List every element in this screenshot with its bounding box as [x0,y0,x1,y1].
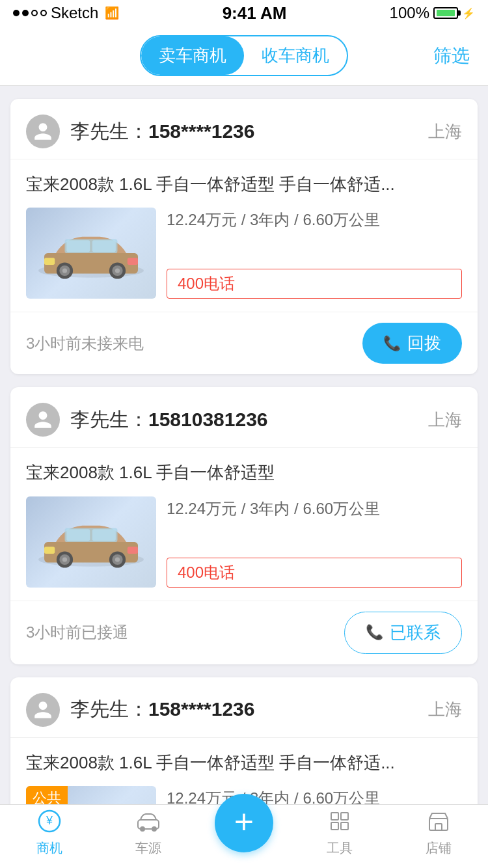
car-price: 12.24万元 / 3年内 / 6.60万公里 [167,208,462,232]
svg-text:¥: ¥ [46,814,53,827]
shop-icon [427,809,450,837]
tab-label-dianpu: 店铺 [426,839,452,857]
car-image [26,496,156,588]
card-body: 宝来2008款 1.6L 手自一体舒适型 [10,448,478,600]
avatar [26,693,60,727]
contact-city: 上海 [428,698,462,721]
signal-dots [13,10,47,16]
status-left: Sketch 📶 [13,4,119,22]
svg-point-45 [140,826,145,832]
svg-point-8 [62,269,67,273]
contact-phone: 15810381236 [148,409,268,430]
car-info-row: 12.24万元 / 3年内 / 6.60万公里 400电话 [26,208,462,299]
phone-icon: 📞 [383,335,401,352]
car-image [26,208,156,299]
svg-rect-4 [66,241,90,252]
battery-percent: 100% [390,4,429,22]
signal-dot-3 [31,10,38,16]
battery-icon [433,7,458,19]
top-nav: 卖车商机 收车商机 筛选 [0,26,488,86]
callback-label: 回拨 [407,332,441,355]
battery-fill [437,10,455,16]
svg-point-22 [62,557,67,562]
card-header: 李先生：15810381236 上海 [10,387,478,448]
fab-button[interactable]: + [215,794,273,852]
tab-label-gongju: 工具 [327,839,353,857]
car-svg [33,509,150,575]
svg-rect-19 [92,529,116,541]
person-icon [33,121,53,142]
svg-point-25 [115,557,120,562]
tab-label-cheyuan: 车源 [135,839,161,857]
list-item: 李先生：15810381236 上海 宝来2008款 1.6L 手自一体舒适型 [10,387,478,664]
clock: 9:41 AM [223,3,287,23]
phone-400-button[interactable]: 400电话 [167,558,462,588]
tab-item-gongju[interactable]: 工具 [307,809,372,857]
svg-rect-13 [128,258,138,265]
tab-item-cheyuan[interactable]: 车源 [116,809,181,857]
car-price: 12.24万元 / 3年内 / 6.60万公里 [167,496,462,521]
avatar [26,115,60,148]
signal-dot-2 [22,10,29,16]
person-icon [33,699,53,720]
phone-400-button[interactable]: 400电话 [167,269,462,299]
person-icon [33,409,53,430]
car-svg [33,221,150,286]
svg-point-46 [152,826,157,832]
tab-bar: ¥ 商机 车源 + 工具 店铺 [0,804,488,868]
status-right: 100% ⚡ [390,4,475,22]
contact-city: 上海 [428,409,462,431]
list-item: 李先生：158****1236 上海 宝来2008款 1.6L 手自一体舒适型 … [10,99,478,374]
avatar [26,403,60,437]
contact-label: 李先生： [70,120,148,142]
svg-rect-52 [435,824,442,830]
card-footer: 3小时前未接来电 📞 回拨 [10,312,478,374]
car-title: 宝来2008款 1.6L 手自一体舒适型 [26,461,462,484]
card-header: 李先生：158****1236 上海 [10,99,478,159]
tab-item-shangjie[interactable]: ¥ 商机 [17,809,82,857]
svg-rect-49 [331,822,338,830]
svg-rect-27 [128,547,138,554]
contact-name: 李先生：158****1236 [70,696,428,723]
svg-rect-12 [44,258,55,265]
filter-button[interactable]: 筛选 [433,44,470,68]
contact-label: 李先生： [70,409,148,430]
contact-name: 李先生：158****1236 [70,118,428,145]
phone-icon: 📞 [366,624,383,641]
card-list: 李先生：158****1236 上海 宝来2008款 1.6L 手自一体舒适型 … [0,86,488,868]
contact-phone: 158****1236 [148,698,255,720]
tab-buy-button[interactable]: 收车商机 [244,36,347,75]
car-title: 宝来2008款 1.6L 手自一体舒适型 手自一体舒适... [26,172,462,196]
tab-item-dianpu[interactable]: 店铺 [406,809,471,857]
tab-label-shangjie: 商机 [36,839,62,857]
signal-dot-1 [13,10,20,16]
svg-rect-47 [331,813,338,820]
car-details: 12.24万元 / 3年内 / 6.60万公里 400电话 [167,496,462,588]
svg-rect-18 [66,529,90,541]
contacted-button[interactable]: 📞 已联系 [344,612,462,654]
card-header: 李先生：158****1236 上海 [10,677,478,738]
tools-icon [328,809,351,837]
card-body: 宝来2008款 1.6L 手自一体舒适型 手自一体舒适... [10,159,478,312]
contact-phone: 158****1236 [148,120,255,142]
card-footer: 3小时前已接通 📞 已联系 [10,601,478,664]
wifi-icon: 📶 [105,6,119,20]
svg-rect-48 [341,813,348,820]
contact-name: 李先生：15810381236 [70,407,428,433]
svg-rect-26 [44,547,55,554]
car-title: 宝来2008款 1.6L 手自一体舒适型 手自一体舒适... [26,751,462,774]
shangjie-icon: ¥ [38,809,61,837]
contact-label: 李先生： [70,698,148,720]
footer-time: 3小时前已接通 [26,622,128,643]
tab-sell-button[interactable]: 卖车商机 [141,36,244,75]
car-source-icon [135,809,161,837]
fab-plus-icon: + [234,805,254,839]
svg-rect-5 [92,241,116,252]
footer-time: 3小时前未接来电 [26,333,144,354]
carrier-label: Sketch [51,4,98,22]
tab-toggle: 卖车商机 收车商机 [140,35,348,76]
lightning-icon: ⚡ [462,7,475,20]
svg-rect-50 [341,822,348,830]
callback-button[interactable]: 📞 回拨 [362,323,462,364]
contacted-label: 已联系 [390,621,441,644]
